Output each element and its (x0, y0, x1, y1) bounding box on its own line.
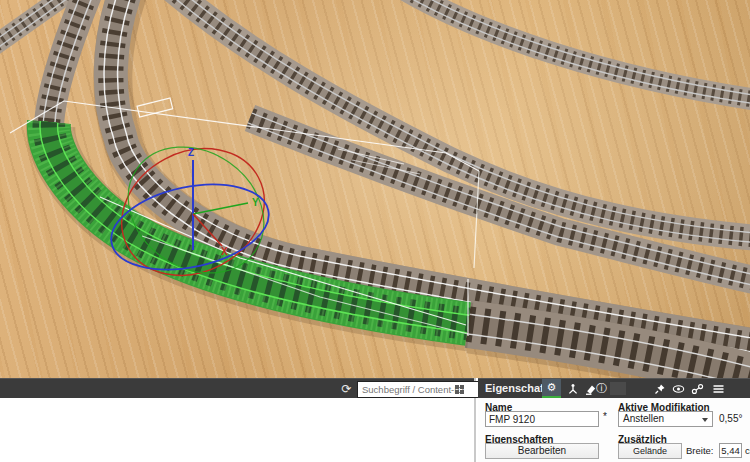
gizmo-z-label: Z (188, 147, 194, 158)
adapt-terrain-button[interactable]: Gelände anpassen (618, 443, 682, 459)
panel-grip[interactable] (610, 382, 626, 395)
link-icon[interactable] (688, 379, 707, 398)
menu-glyph (712, 383, 725, 395)
track-scene: Z Y X (0, 0, 750, 378)
snap-marker (137, 98, 173, 117)
content-browser-area: ⟳ (0, 378, 476, 462)
search-input[interactable] (357, 381, 485, 398)
axes-tool-icon[interactable] (563, 379, 582, 398)
properties-panel-header: Eigenschaften ⚙ ⓘ (478, 378, 750, 398)
name-modified-marker: * (603, 411, 607, 422)
edit-button[interactable]: Bearbeiten (485, 443, 599, 459)
pin-icon[interactable] (650, 379, 669, 398)
gear-icon[interactable]: ⚙ (542, 379, 561, 398)
gizmo-y-label: Y (252, 197, 259, 208)
pin-glyph (654, 383, 666, 395)
name-input[interactable] (485, 411, 599, 427)
app-window: Z Y X ⟳ Eigenschaften ⚙ (0, 0, 750, 462)
grid-view-icon[interactable] (455, 385, 464, 394)
modification-dropdown[interactable]: Anstellen (618, 411, 713, 427)
refresh-icon[interactable]: ⟳ (338, 380, 355, 398)
modification-selected-value: Anstellen (623, 413, 664, 424)
eye-icon[interactable] (669, 379, 688, 398)
width-input[interactable] (719, 443, 742, 458)
info-icon[interactable]: ⓘ (592, 379, 611, 398)
gizmo-x-label: X (221, 246, 228, 257)
link-glyph (691, 383, 704, 395)
track-curve-outer[interactable] (398, 0, 750, 100)
modification-angle-value: 0,55° (719, 413, 742, 424)
properties-panel: Eigenschaften ⚙ ⓘ (478, 378, 750, 462)
eye-glyph (672, 383, 685, 395)
3d-viewport[interactable]: Z Y X (0, 0, 750, 378)
width-unit-label: cm (745, 445, 750, 456)
chevron-down-icon (702, 418, 708, 422)
content-search-toolbar: ⟳ (0, 378, 474, 398)
axes-tool-glyph (567, 383, 579, 395)
menu-icon[interactable] (709, 379, 728, 398)
width-label: Breite: (686, 445, 713, 456)
